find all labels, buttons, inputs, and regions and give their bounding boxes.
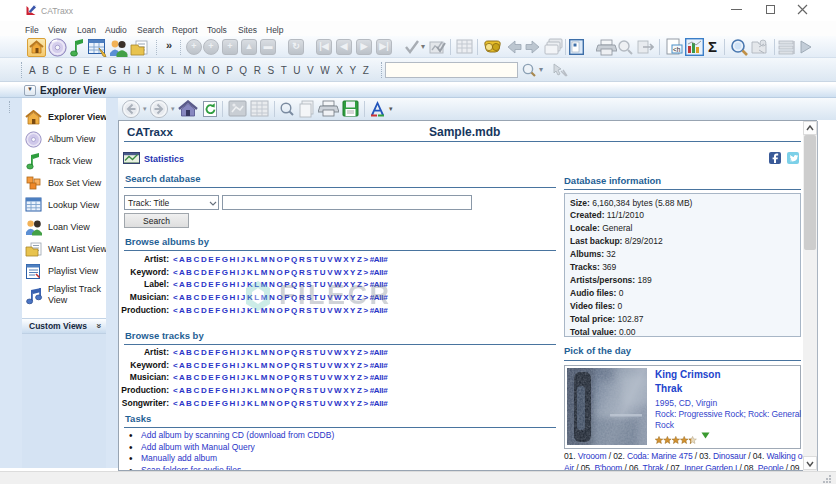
svg-text:<h: <h (673, 46, 681, 53)
